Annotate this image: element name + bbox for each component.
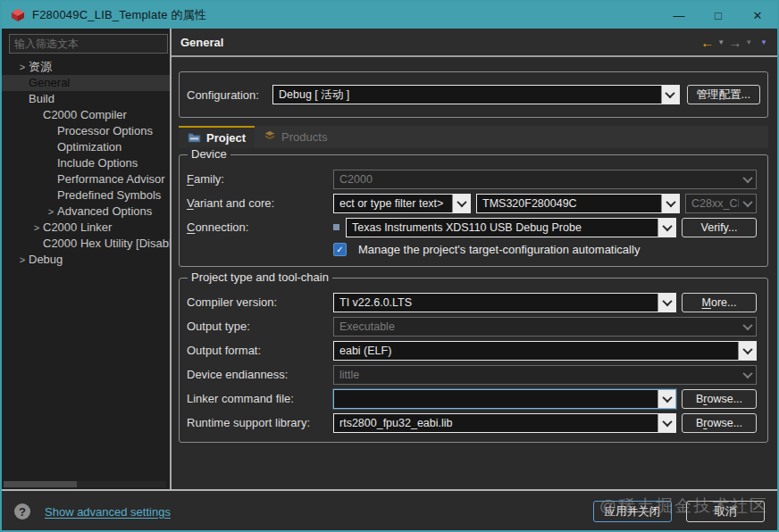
variant-core-value: C28xx_CPU1 (686, 195, 739, 212)
family-select: C2000 (333, 170, 757, 189)
chevron-down-icon[interactable] (658, 219, 675, 237)
chevron-right-icon[interactable]: > (30, 220, 43, 236)
tree-item-optimization[interactable]: Optimization (2, 139, 170, 155)
variant-device-value: TMS320F280049C (477, 195, 661, 212)
close-icon[interactable]: ✕ (738, 2, 777, 29)
products-tab-icon (264, 130, 276, 144)
compiler-version-label: Compiler version: (187, 295, 333, 309)
page-title: General (180, 36, 223, 49)
forward-history-caret-icon[interactable]: ▼ (744, 38, 753, 46)
show-advanced-settings-link[interactable]: Show advanced settings (45, 505, 171, 519)
tree-item-build[interactable]: Build (2, 91, 170, 107)
output-format-select[interactable]: eabi (ELF) (333, 341, 757, 361)
variant-device-select[interactable]: TMS320F280049C (476, 194, 680, 213)
compiler-version-row: Compiler version: TI v22.6.0.LTS More... (187, 290, 757, 314)
output-type-label: Output type: (187, 320, 333, 333)
manage-configurations-button[interactable]: 管理配置... (687, 85, 760, 104)
properties-tree: > 资源 General Build C2000 Compiler Proces… (2, 59, 170, 268)
manage-target-config-label[interactable]: Manage the project's target-configuratio… (358, 243, 640, 256)
chevron-down-icon (739, 195, 756, 212)
scrollbar-thumb[interactable] (4, 481, 77, 487)
tab-project[interactable]: Project (179, 126, 255, 148)
tree-item-debug[interactable]: > Debug (2, 252, 170, 268)
variant-row: Variant and core: ect or type filter tex… (187, 191, 757, 215)
tree-item-c2000-compiler[interactable]: C2000 Compiler (2, 107, 170, 123)
forward-arrow-icon[interactable]: → (728, 35, 741, 50)
runtime-browse-button[interactable]: Browse... (682, 413, 757, 433)
maximize-icon[interactable]: □ (699, 2, 738, 29)
variant-filter-text: ect or type filter text> (334, 195, 452, 212)
endianness-label: Device endianness: (187, 368, 333, 381)
runtime-library-row: Runtime support library: rts2800_fpu32_e… (187, 411, 757, 435)
runtime-library-value: rts2800_fpu32_eabi.lib (334, 414, 658, 432)
ccs-project-icon (11, 8, 25, 22)
linker-browse-button[interactable]: Browse... (682, 389, 757, 409)
chevron-down-icon[interactable] (661, 195, 679, 212)
manage-target-config-checkbox[interactable]: ✓ (333, 243, 347, 256)
compiler-version-value: TI v22.6.0.LTS (334, 294, 658, 312)
tree-item-include-options[interactable]: Include Options (2, 155, 170, 171)
chevron-down-icon[interactable] (658, 390, 675, 408)
connection-row: Connection: Texas Instruments XDS110 USB… (187, 215, 757, 239)
variant-and-core-label: Variant and core: (187, 196, 333, 210)
tree-item-processor-options[interactable]: Processor Options (2, 123, 170, 139)
chevron-right-icon[interactable]: > (45, 204, 57, 220)
sidebar-horizontal-scrollbar[interactable] (4, 481, 166, 487)
connection-select[interactable]: Texas Instruments XDS110 USB Debug Probe (346, 218, 676, 237)
sidebar: > 资源 General Build C2000 Compiler Proces… (2, 29, 172, 489)
compiler-version-select[interactable]: TI v22.6.0.LTS (333, 293, 676, 312)
help-icon[interactable]: ? (14, 503, 30, 520)
tree-item-general[interactable]: General (2, 75, 170, 91)
output-format-row: Output format: eabi (ELF) (187, 338, 757, 362)
content-panel: General ← ▼ → ▼ ▼ Configuration: Debug [… (172, 29, 777, 489)
back-arrow-icon[interactable]: ← (700, 35, 714, 50)
linker-command-file-row: Linker command file: Browse... (187, 387, 757, 411)
manage-target-config-row: ✓ Manage the project's target-configurat… (187, 239, 757, 259)
history-navigation: ← ▼ → ▼ ▼ (700, 35, 768, 50)
verify-button[interactable]: Verify... (682, 218, 757, 237)
tree-item-predefined-symbols[interactable]: Predefined Symbols (2, 187, 170, 204)
runtime-library-combobox[interactable]: rts2800_fpu32_eabi.lib (333, 413, 676, 433)
endianness-select: little (333, 365, 757, 385)
family-value: C2000 (334, 170, 739, 188)
filter-input[interactable] (9, 34, 168, 54)
cancel-button[interactable]: 取消 (686, 501, 765, 522)
chevron-down-icon[interactable] (658, 294, 675, 312)
variant-core-select: C28xx_CPU1 (685, 194, 757, 213)
settings-scroll-area: Configuration: Debug [ 活动 ] 管理配置... (172, 57, 777, 489)
tree-item-c2000-linker[interactable]: > C2000 Linker (2, 220, 170, 236)
runtime-library-label: Runtime support library: (187, 416, 333, 429)
configuration-group: Configuration: Debug [ 活动 ] 管理配置... (179, 71, 768, 118)
tree-item-performance-advisor[interactable]: Performance Advisor (2, 171, 170, 187)
chevron-down-icon[interactable] (452, 195, 470, 212)
more-button[interactable]: More... (682, 293, 757, 312)
apply-and-close-button[interactable]: 应用并关闭 (593, 501, 672, 522)
chevron-down-icon[interactable] (738, 342, 756, 360)
device-group-legend: Device (188, 147, 230, 161)
minimize-icon[interactable]: — (659, 2, 699, 29)
family-label: Family: (187, 172, 333, 186)
linker-command-file-combobox[interactable] (333, 389, 676, 409)
view-menu-caret-icon[interactable]: ▼ (759, 38, 768, 46)
tree-item-resource[interactable]: > 资源 (2, 59, 170, 75)
back-history-caret-icon[interactable]: ▼ (716, 38, 725, 46)
properties-dialog: F280049C_LIB_Template 的属性 — □ ✕ > 资源 Gen… (0, 0, 779, 532)
endianness-value: little (334, 366, 739, 384)
output-type-select: Executable (333, 317, 757, 337)
chevron-down-icon[interactable] (658, 414, 675, 432)
output-format-value: eabi (ELF) (334, 342, 738, 360)
toolchain-group-legend: Project type and tool-chain (188, 270, 332, 284)
tree-item-c2000-hex-utility[interactable]: C2000 Hex Utility [Disabled] (2, 236, 170, 252)
chevron-down-icon[interactable] (661, 86, 679, 104)
endianness-row: Device endianness: little (187, 362, 757, 387)
tab-products[interactable]: Products (255, 126, 336, 148)
output-format-label: Output format: (187, 344, 333, 357)
dialog-footer: ? Show advanced settings 应用并关闭 取消 @稀土掘金技… (2, 489, 777, 532)
configuration-select[interactable]: Debug [ 活动 ] (272, 85, 680, 104)
chevron-right-icon[interactable]: > (16, 59, 29, 75)
connection-value: Texas Instruments XDS110 USB Debug Probe (347, 219, 658, 237)
tree-item-advanced-options[interactable]: > Advanced Options (2, 204, 170, 220)
linker-command-file-label: Linker command file: (187, 392, 333, 405)
variant-filter-combobox[interactable]: ect or type filter text> (333, 194, 471, 213)
chevron-right-icon[interactable]: > (16, 252, 29, 268)
